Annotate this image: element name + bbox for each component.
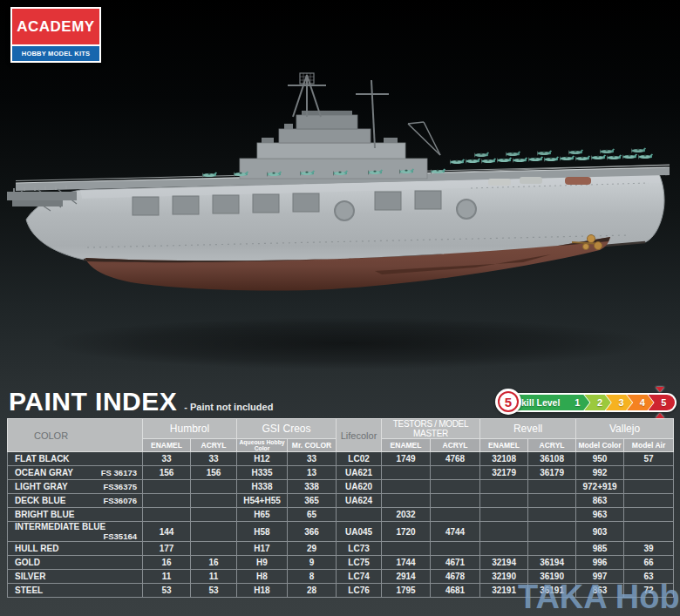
column-group-header: Humbrol: [143, 419, 237, 439]
column-sub-header: Model Color: [576, 439, 624, 452]
skill-level-value: 5: [498, 391, 519, 412]
paint-name: BRIGHT BLUE: [15, 510, 74, 519]
paint-code-cell: 13: [288, 466, 337, 480]
paint-code-cell: [480, 542, 528, 556]
paint-code-cell: 996: [576, 556, 624, 570]
paint-code-cell: 963: [576, 508, 624, 522]
skill-level-number: 5: [661, 397, 666, 408]
paint-code-cell: 16: [191, 556, 237, 570]
paint-code-cell: [191, 522, 237, 542]
table-row: LIGHT GRAYFS36375H338338UA620972+919: [8, 480, 674, 494]
paint-code-cell: 1795: [382, 584, 431, 598]
skill-level-badge: Skill Level12345 5: [493, 386, 678, 419]
paint-code-cell: 53: [191, 584, 237, 598]
paint-code-cell: [143, 480, 191, 494]
paint-code-cell: 950: [576, 452, 624, 466]
paint-code-cell: [624, 480, 674, 494]
column-sub-header: ENAMEL: [480, 439, 528, 452]
paint-code-cell: [191, 494, 237, 508]
column-sub-header: Model Air: [624, 439, 674, 452]
skill-marker-bottom-icon: [656, 413, 664, 418]
paint-code-cell: [337, 508, 382, 522]
table-row: FLAT BLACK3333H1233LC0217494768321083610…: [8, 452, 674, 466]
paint-code-cell: 4768: [431, 452, 480, 466]
paint-code-cell: 11: [191, 570, 237, 584]
paint-name: FLAT BLACK: [15, 454, 70, 464]
paint-code-cell: 366: [288, 522, 337, 542]
paint-code-cell: 36194: [528, 556, 576, 570]
skill-bar-segments: Skill Level12345: [506, 393, 677, 412]
academy-logo: ACADEMY HOBBY MODEL KITS: [10, 7, 101, 63]
watermark-text: TAKA Hobby: [518, 579, 680, 616]
skill-level-label: Skill Level: [515, 397, 560, 408]
paint-index-header: PAINT INDEX - Paint not included: [9, 387, 273, 416]
table-row: HULL RED177H1729LC7398539: [8, 542, 674, 556]
paint-code-cell: 65: [288, 508, 337, 522]
paint-name-cell: BRIGHT BLUE: [8, 508, 143, 522]
paint-code-cell: 156: [191, 466, 237, 480]
paint-code-cell: LC74: [337, 570, 382, 584]
paint-code-cell: 36108: [528, 452, 576, 466]
paint-code-cell: H8: [237, 570, 288, 584]
paint-code-cell: 32194: [480, 556, 528, 570]
paint-code-cell: UA045: [337, 522, 382, 542]
skill-level-circle: 5: [495, 389, 521, 415]
fs-code: FS36375: [103, 482, 137, 491]
paint-code-cell: 8: [288, 570, 337, 584]
paint-code-cell: 177: [143, 542, 191, 556]
paint-code-cell: 66: [624, 556, 674, 570]
paint-code-cell: LC73: [337, 542, 382, 556]
paint-code-cell: 992: [576, 466, 624, 480]
table-row: GOLD1616H99LC7517444671321943619499666: [8, 556, 674, 570]
paint-name-cell: OCEAN GRAYFS 36173: [8, 466, 143, 480]
paint-name-cell: STEEL: [8, 584, 143, 598]
column-sub-header: ACRYL: [528, 439, 576, 452]
skill-level-number: 3: [618, 397, 623, 408]
paint-code-cell: [431, 480, 480, 494]
paint-code-cell: 32108: [480, 452, 528, 466]
paint-code-cell: [431, 494, 480, 508]
paint-code-cell: 33: [143, 452, 191, 466]
paint-code-cell: [624, 466, 674, 480]
paint-code-cell: [431, 466, 480, 480]
paint-code-cell: 156: [143, 466, 191, 480]
skill-marker-top-icon: [656, 387, 664, 392]
paint-code-cell: [528, 508, 576, 522]
paint-code-cell: [382, 480, 431, 494]
paint-code-cell: 4671: [431, 556, 480, 570]
paint-code-cell: [480, 522, 528, 542]
fs-code: FS 36173: [101, 468, 137, 477]
paint-code-cell: 28: [288, 584, 337, 598]
paint-name: STEEL: [15, 586, 43, 595]
paint-code-cell: [143, 494, 191, 508]
paint-code-cell: 2032: [382, 508, 431, 522]
paint-code-cell: 29: [288, 542, 337, 556]
paint-name: INTERMEDIATE BLUE: [15, 522, 105, 531]
paint-code-cell: H9: [237, 556, 288, 570]
column-sub-header: ENAMEL: [143, 439, 191, 452]
paint-code-cell: [191, 508, 237, 522]
paint-code-cell: [480, 480, 528, 494]
column-sub-header: Mr. COLOR: [288, 439, 337, 452]
table-row: OCEAN GRAYFS 36173156156H33513UA62132179…: [8, 466, 674, 480]
paint-name-cell: LIGHT GRAYFS36375: [8, 480, 143, 494]
paint-code-cell: 1744: [382, 556, 431, 570]
column-group-header: Revell: [480, 419, 576, 439]
paint-code-cell: 985: [576, 542, 624, 556]
paint-code-cell: 1720: [382, 522, 431, 542]
paint-code-cell: [382, 466, 431, 480]
paint-code-cell: [382, 542, 431, 556]
paint-name-cell: SILVER: [8, 570, 143, 584]
paint-code-cell: [431, 542, 480, 556]
paint-code-cell: [624, 494, 674, 508]
paint-code-cell: 365: [288, 494, 337, 508]
paint-code-cell: [528, 494, 576, 508]
paint-code-cell: 33: [191, 452, 237, 466]
paint-code-cell: 39: [624, 542, 674, 556]
paint-code-cell: [191, 480, 237, 494]
paint-code-cell: 903: [576, 522, 624, 542]
fs-code: FS36076: [103, 496, 137, 505]
column-group-header: Lifecolor: [337, 419, 382, 452]
paint-code-cell: H18: [237, 584, 288, 598]
paint-code-cell: H65: [237, 508, 288, 522]
